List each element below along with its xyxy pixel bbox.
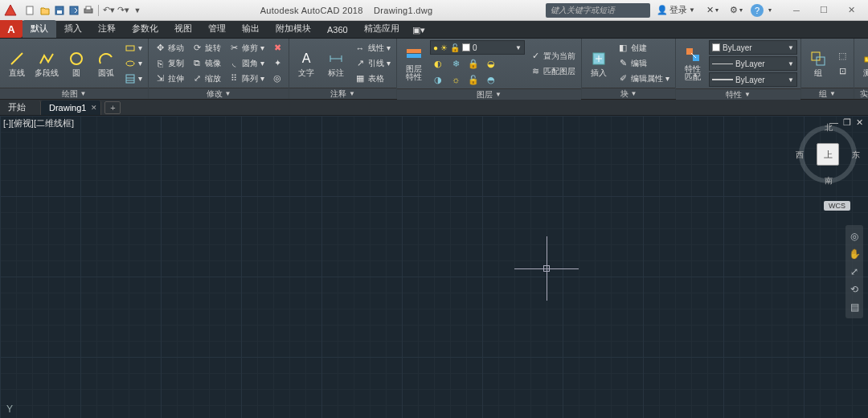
help-search-input[interactable]: 键入关键字或短语 <box>546 3 650 18</box>
ribbon-tab-view[interactable]: 视图 <box>166 20 200 38</box>
layer-unlock-icon[interactable]: 🔓 <box>465 72 481 87</box>
make-current-button[interactable]: ✓置为当前 <box>527 49 578 64</box>
compass-e[interactable]: 东 <box>852 150 860 161</box>
leader-button[interactable]: ↗引线▾ <box>352 56 393 71</box>
panel-modify-title[interactable]: 修改▼ <box>149 88 289 99</box>
line-button[interactable]: 直线 <box>3 41 31 86</box>
arc-button[interactable]: 圆弧 <box>92 41 120 86</box>
minimize-button[interactable]: ─ <box>783 2 810 19</box>
layer-combo[interactable]: ● ☀ 🔓 0 ▼ <box>430 40 525 55</box>
create-block-button[interactable]: ◧创建 <box>615 41 672 55</box>
scale-button[interactable]: ⤢缩放 <box>189 72 223 86</box>
measure-button[interactable]: 测量 <box>858 41 868 86</box>
ribbon-tab-switch-icon[interactable]: ▣▾ <box>407 23 430 38</box>
mirror-button[interactable]: ⧉镜像 <box>189 56 223 71</box>
ribbon-tab-annotate[interactable]: 注释 <box>90 20 124 38</box>
array-button[interactable]: ⠿阵列▾ <box>226 72 267 86</box>
ungroup-icon[interactable]: ⬚ <box>834 48 850 63</box>
viewcube[interactable]: 北 南 东 西 上 <box>799 125 857 183</box>
dimension-button[interactable]: 标注 <box>322 41 350 86</box>
qat-plot-icon[interactable] <box>82 4 95 17</box>
panel-layers-title[interactable]: 图层▼ <box>397 88 581 100</box>
exchange-button[interactable]: ✕▾ <box>703 4 722 16</box>
panel-draw-title[interactable]: 绘图▼ <box>0 88 148 99</box>
close-tab-icon[interactable]: ✕ <box>91 104 97 112</box>
rotate-button[interactable]: ⟳旋转 <box>189 41 223 55</box>
zoom-extents-icon[interactable]: ⤢ <box>848 265 861 278</box>
viewport-label[interactable]: [-][俯视][二维线框] <box>3 117 74 129</box>
ribbon-tab-default[interactable]: 默认 <box>23 20 56 38</box>
linear-dim-button[interactable]: ↔线性▾ <box>352 41 393 55</box>
file-tab-drawing1[interactable]: Drawing1✕ <box>41 100 101 115</box>
layer-thaw-icon[interactable]: ☼ <box>448 72 464 87</box>
viewcube-face-top[interactable]: 上 <box>817 143 839 166</box>
edit-block-button[interactable]: ✎编辑 <box>615 56 672 71</box>
explode-icon[interactable]: ✦ <box>269 56 285 71</box>
qat-redo-icon[interactable]: ↷▾ <box>117 4 129 17</box>
fullnav-wheel-icon[interactable]: ◎ <box>848 230 861 243</box>
move-button[interactable]: ✥移动 <box>152 41 186 55</box>
panel-block-title[interactable]: 块▼ <box>582 88 675 99</box>
hatch-icon[interactable]: ▾ <box>122 72 145 86</box>
dwg-close-icon[interactable]: ✕ <box>856 117 863 128</box>
wcs-badge[interactable]: WCS <box>824 201 850 211</box>
fillet-button[interactable]: ◟圆角▾ <box>226 56 267 71</box>
panel-annotation-title[interactable]: 注释▼ <box>289 88 396 99</box>
qat-customize-icon[interactable]: ▼ <box>131 4 144 17</box>
circle-button[interactable]: 圆 <box>63 41 90 86</box>
polyline-button[interactable]: 多段线 <box>33 41 60 86</box>
rectangle-icon[interactable]: ▾ <box>122 41 145 55</box>
qat-undo-icon[interactable]: ↶▾ <box>102 4 115 17</box>
new-tab-button[interactable]: + <box>104 101 121 114</box>
table-button[interactable]: ▦表格 <box>352 72 393 86</box>
qat-save-icon[interactable] <box>53 4 66 17</box>
copy-button[interactable]: ⎘复制 <box>152 56 186 71</box>
insert-block-button[interactable]: 插入 <box>585 41 612 86</box>
trim-button[interactable]: ✂修剪▾ <box>226 41 267 55</box>
panel-group-title[interactable]: 组▼ <box>801 88 854 99</box>
layer-lock-icon[interactable]: 🔒 <box>465 56 481 71</box>
compass-s[interactable]: 南 <box>825 175 833 186</box>
drawing-canvas[interactable]: [-][俯视][二维线框] — ❐ ✕ 北 南 东 西 上 WCS ◎ ✋ ⤢ … <box>0 116 868 418</box>
match-layer-button[interactable]: ≋匹配图层 <box>527 64 578 79</box>
match-properties-button[interactable]: 特性 匹配 <box>679 41 706 86</box>
group-edit-icon[interactable]: ⊡ <box>834 64 850 78</box>
maximize-button[interactable]: ☐ <box>810 2 837 19</box>
orbit-icon[interactable]: ⟲ <box>848 283 861 296</box>
offset-icon[interactable]: ◎ <box>269 72 285 86</box>
app-menu-button[interactable]: A <box>0 20 23 38</box>
file-tab-start[interactable]: 开始 <box>0 100 41 115</box>
panel-properties-title[interactable]: 特性▼ <box>676 88 800 100</box>
app-logo-icon[interactable] <box>2 2 18 18</box>
ellipse-icon[interactable]: ▾ <box>122 56 145 71</box>
layer-iso2-icon[interactable]: ◑ <box>430 72 446 87</box>
ribbon-tab-parametric[interactable]: 参数化 <box>124 20 166 38</box>
ribbon-tab-addins[interactable]: 附加模块 <box>268 20 319 38</box>
showmotion-icon[interactable]: ▤ <box>848 301 861 314</box>
ribbon-tab-a360[interactable]: A360 <box>319 23 356 38</box>
compass-w[interactable]: 西 <box>796 150 804 161</box>
layer-on-icon[interactable]: ◓ <box>483 72 499 87</box>
compass-n[interactable]: 北 <box>825 122 833 133</box>
qat-open-icon[interactable] <box>39 4 51 17</box>
pan-icon[interactable]: ✋ <box>848 248 861 260</box>
close-button[interactable]: ✕ <box>837 2 865 19</box>
layer-off-icon[interactable]: ◒ <box>483 56 499 71</box>
linetype-combo[interactable]: ByLayer▼ <box>709 56 797 71</box>
ribbon-tab-output[interactable]: 输出 <box>234 20 268 38</box>
stretch-button[interactable]: ⇲拉伸 <box>152 72 186 86</box>
color-combo[interactable]: ByLayer▼ <box>709 40 797 55</box>
stayconnected-button[interactable]: ⚙▾ <box>727 4 746 16</box>
signin-button[interactable]: 👤 登录 ▼ <box>653 3 698 17</box>
ribbon-tab-insert[interactable]: 插入 <box>56 20 90 38</box>
panel-utilities-title[interactable]: 实用工具▼ <box>854 88 868 99</box>
layer-iso-icon[interactable]: ◐ <box>430 56 446 71</box>
ribbon-tab-featured[interactable]: 精选应用 <box>356 20 407 38</box>
edit-attr-button[interactable]: ✐编辑属性▾ <box>615 72 672 86</box>
help-button[interactable]: ? <box>751 4 764 17</box>
layer-properties-button[interactable]: 图层 特性 <box>400 41 428 86</box>
lineweight-combo[interactable]: ByLayer▼ <box>709 72 797 87</box>
ribbon-tab-manage[interactable]: 管理 <box>200 20 234 38</box>
text-button[interactable]: A文字 <box>293 41 320 86</box>
group-button[interactable]: 组 <box>805 41 832 86</box>
